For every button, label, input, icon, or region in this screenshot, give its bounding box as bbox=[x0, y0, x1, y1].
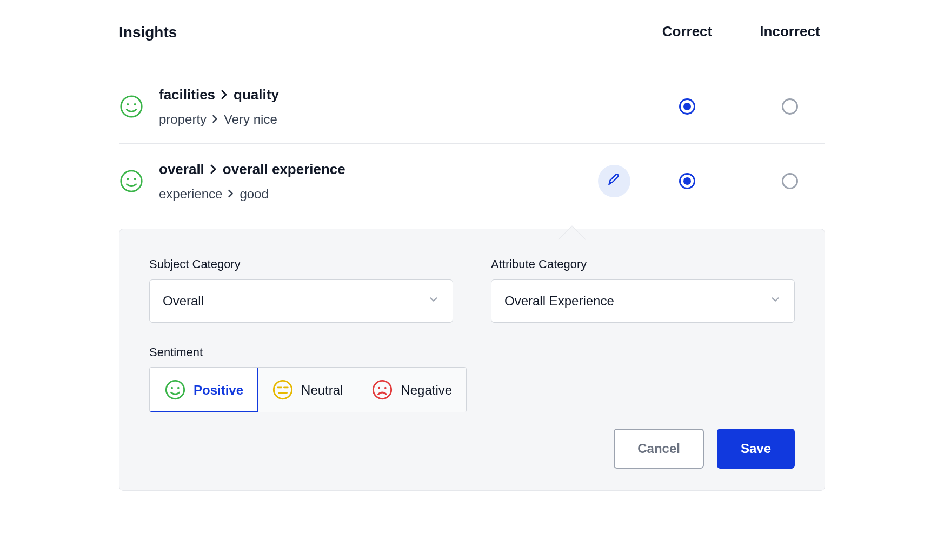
edit-panel: Subject Category Overall Attribute Categ… bbox=[119, 229, 825, 491]
chevron-right-icon bbox=[210, 164, 217, 175]
chevron-right-icon bbox=[212, 114, 218, 124]
subject-category-label: Subject Category bbox=[149, 256, 453, 273]
insight-value: good bbox=[240, 185, 268, 203]
attribute-category-value: Overall Experience bbox=[504, 292, 614, 310]
radio-correct[interactable] bbox=[679, 173, 695, 189]
svg-point-4 bbox=[127, 178, 129, 180]
sentiment-positive[interactable]: Positive bbox=[149, 367, 258, 412]
subject-category-select[interactable]: Overall bbox=[149, 279, 453, 323]
radio-incorrect[interactable] bbox=[782, 98, 798, 115]
insights-header: Insights Correct Incorrect bbox=[119, 22, 825, 43]
attribute-category-select[interactable]: Overall Experience bbox=[491, 279, 795, 323]
svg-point-5 bbox=[134, 178, 136, 180]
sentiment-toggle: Positive Neutral bbox=[149, 367, 467, 412]
insight-breadcrumb: facilities quality bbox=[159, 85, 652, 104]
smile-icon bbox=[119, 169, 144, 194]
edit-button[interactable] bbox=[598, 165, 630, 197]
column-header-incorrect: Incorrect bbox=[755, 22, 825, 41]
sentiment-positive-label: Positive bbox=[194, 381, 243, 399]
insight-subject: property bbox=[159, 110, 207, 129]
svg-point-9 bbox=[274, 381, 291, 399]
svg-point-15 bbox=[384, 387, 387, 389]
svg-point-0 bbox=[121, 96, 142, 117]
svg-point-14 bbox=[378, 387, 381, 389]
neutral-face-icon bbox=[272, 379, 294, 401]
chevron-right-icon bbox=[221, 89, 228, 100]
attribute-category-label: Attribute Category bbox=[491, 256, 795, 273]
smile-icon bbox=[164, 379, 186, 401]
insight-attribute: overall experience bbox=[223, 159, 345, 179]
radio-correct[interactable] bbox=[679, 98, 695, 115]
svg-point-3 bbox=[121, 171, 142, 191]
svg-point-2 bbox=[134, 103, 136, 105]
sentiment-negative-label: Negative bbox=[401, 381, 452, 399]
frown-icon bbox=[371, 379, 393, 401]
svg-point-13 bbox=[374, 381, 391, 399]
svg-point-7 bbox=[171, 387, 173, 389]
page-title: Insights bbox=[119, 22, 652, 43]
pencil-icon bbox=[607, 172, 621, 191]
insight-detail: experience good bbox=[159, 185, 598, 203]
insight-breadcrumb: overall overall experience bbox=[159, 159, 598, 179]
svg-point-6 bbox=[166, 381, 184, 399]
insight-row: overall overall experience experience go… bbox=[119, 143, 825, 218]
sentiment-negative[interactable]: Negative bbox=[357, 368, 466, 412]
save-button[interactable]: Save bbox=[717, 429, 795, 469]
svg-point-1 bbox=[127, 103, 129, 105]
chevron-down-icon bbox=[428, 292, 440, 310]
insight-attribute: quality bbox=[234, 85, 279, 104]
insight-category: overall bbox=[159, 159, 204, 179]
cancel-button[interactable]: Cancel bbox=[614, 429, 704, 469]
column-header-correct: Correct bbox=[652, 22, 722, 41]
insight-value: Very nice bbox=[224, 110, 277, 129]
chevron-right-icon bbox=[228, 189, 234, 198]
sentiment-neutral[interactable]: Neutral bbox=[258, 368, 357, 412]
smile-icon bbox=[119, 94, 144, 119]
chevron-down-icon bbox=[769, 292, 781, 310]
insight-row: facilities quality property Very nice bbox=[119, 70, 825, 143]
insight-category: facilities bbox=[159, 85, 215, 104]
sentiment-label: Sentiment bbox=[149, 344, 795, 361]
sentiment-neutral-label: Neutral bbox=[301, 381, 343, 399]
radio-incorrect[interactable] bbox=[782, 173, 798, 189]
insight-subject: experience bbox=[159, 185, 222, 203]
svg-point-8 bbox=[177, 387, 180, 389]
insight-detail: property Very nice bbox=[159, 110, 652, 129]
subject-category-value: Overall bbox=[163, 292, 204, 310]
